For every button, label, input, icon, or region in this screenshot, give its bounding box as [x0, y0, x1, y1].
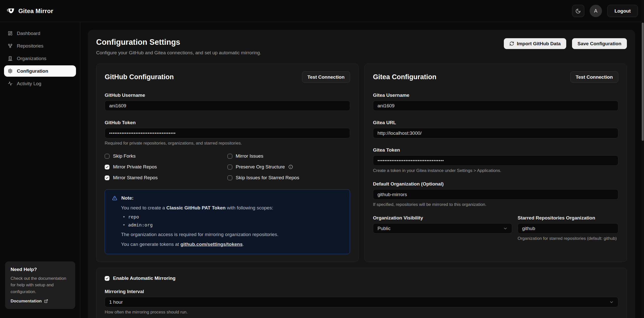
default-organization-helper: If specified, repositories will be mirro… — [373, 202, 618, 207]
github-username-input[interactable] — [105, 101, 350, 111]
mirroring-interval-label: Mirroring Interval — [105, 289, 618, 294]
checkbox-mirror-private-repos[interactable]: Mirror Private Repos — [105, 164, 228, 170]
mirroring-interval-select[interactable]: 1 hour — [105, 297, 618, 307]
sidebar-item-label: Activity Log — [17, 81, 41, 86]
git-fork-icon — [8, 43, 13, 48]
checkbox-icon — [105, 175, 109, 180]
alert-triangle-icon — [112, 196, 117, 201]
app-brand: Gitea Mirror — [7, 7, 53, 15]
import-github-data-button[interactable]: Import GitHub Data — [504, 38, 566, 49]
note-title: Note: — [121, 195, 134, 201]
checkbox-mirror-issues[interactable]: Mirror Issues — [228, 153, 350, 159]
sidebar-item-dashboard[interactable]: Dashboard — [4, 28, 76, 39]
gitea-token-helper: Create a token in your Gitea instance un… — [373, 168, 618, 173]
scope-item: repo — [121, 214, 343, 219]
logout-button[interactable]: Logout — [607, 5, 638, 17]
scope-item: admin:org — [121, 222, 343, 228]
sidebar-item-label: Repositories — [17, 43, 44, 49]
gitea-username-input[interactable] — [373, 101, 618, 111]
github-token-label: GitHub Token — [105, 120, 350, 125]
page-title: Configuration Settings — [96, 38, 261, 47]
starred-repositories-organization-helper: Organization for starred repositories (d… — [518, 236, 618, 241]
github-username-label: GitHub Username — [105, 93, 350, 98]
gear-icon — [8, 69, 13, 73]
checkbox-skip-issues-for-starred-repos[interactable]: Skip Issues for Starred Repos — [228, 175, 350, 180]
pat-token-note: Note: You need to create a Classic GitHu… — [105, 189, 350, 254]
github-token-helper: Required for private repositories, organ… — [105, 141, 350, 146]
github-token-input[interactable] — [105, 128, 350, 138]
organization-visibility-label: Organization Visibility — [373, 215, 512, 221]
activity-pulse-icon — [8, 81, 13, 86]
sidebar-item-configuration[interactable]: Configuration — [4, 65, 76, 77]
default-organization-input[interactable] — [373, 189, 618, 200]
gitea-card-title: Gitea Configuration — [373, 73, 436, 81]
avatar-initial: A — [594, 8, 597, 14]
need-help-body: Check out the documentation for help wit… — [11, 275, 70, 295]
note-scope-list: repo admin:org — [121, 214, 343, 228]
gitea-url-input[interactable] — [373, 128, 618, 138]
configuration-panel: Configuration Settings Configure your Gi… — [88, 30, 635, 318]
checkbox-icon — [105, 165, 109, 169]
checkbox-icon — [105, 154, 109, 159]
page-subtitle: Configure your GitHub and Gitea connecti… — [96, 50, 261, 56]
checkbox-preserve-org-structure[interactable]: Preserve Org Structure — [228, 164, 350, 170]
note-line-2: The organization access is required for … — [121, 232, 343, 237]
moon-icon — [575, 8, 581, 14]
building-icon — [8, 56, 13, 61]
save-configuration-button[interactable]: Save Configuration — [572, 38, 627, 49]
gitea-token-label: Gitea Token — [373, 147, 618, 153]
gitea-username-label: Gitea Username — [373, 93, 618, 98]
sidebar-item-label: Organizations — [17, 56, 46, 61]
starred-repositories-organization-label: Starred Repositories Organization — [518, 215, 618, 221]
scrollbar-thumb[interactable] — [642, 23, 644, 141]
main-area: Configuration Settings Configure your Gi… — [80, 22, 644, 318]
note-line-3: You can generate tokens at github.com/se… — [121, 242, 343, 247]
topbar: Gitea Mirror A Logout — [0, 0, 644, 22]
github-card-title: GitHub Configuration — [105, 73, 174, 81]
checkbox-icon — [228, 154, 232, 159]
enable-automatic-mirroring-checkbox[interactable]: Enable Automatic Mirroring — [105, 276, 618, 281]
github-configuration-card: GitHub Configuration Test Connection Git… — [96, 64, 359, 262]
chevron-down-icon — [609, 300, 614, 304]
checkbox-mirror-starred-repos[interactable]: Mirror Starred Repos — [105, 175, 228, 180]
automatic-mirroring-card: Enable Automatic Mirroring Mirroring Int… — [96, 268, 627, 318]
checkbox-icon — [228, 165, 232, 169]
default-organization-label: Default Organization (Optional) — [373, 181, 618, 187]
app-title: Gitea Mirror — [18, 8, 53, 15]
sidebar-item-organizations[interactable]: Organizations — [4, 53, 76, 64]
github-options: Skip Forks Mirror Private Repos — [105, 153, 350, 186]
chevron-down-icon — [503, 226, 508, 231]
sidebar-item-label: Configuration — [17, 68, 48, 74]
page-scrollbar[interactable] — [641, 0, 644, 318]
dashboard-grid-icon — [8, 31, 13, 36]
checkbox-icon — [228, 175, 232, 180]
checkbox-skip-forks[interactable]: Skip Forks — [105, 153, 228, 159]
github-test-connection-button[interactable]: Test Connection — [302, 71, 350, 83]
organization-visibility-select[interactable]: Public — [373, 223, 512, 234]
external-link-icon — [44, 299, 48, 303]
gitea-url-label: Gitea URL — [373, 120, 618, 125]
gitea-configuration-card: Gitea Configuration Test Connection Gite… — [364, 64, 627, 262]
starred-repositories-organization-input[interactable] — [518, 223, 618, 234]
refresh-icon — [509, 41, 514, 46]
gitea-cup-logo-icon — [7, 7, 15, 15]
documentation-link[interactable]: Documentation — [11, 299, 70, 304]
gitea-test-connection-button[interactable]: Test Connection — [570, 71, 618, 83]
avatar[interactable]: A — [590, 5, 602, 17]
mirroring-interval-helper: How often the mirroring process should r… — [105, 310, 618, 315]
need-help-card: Need Help? Check out the documentation f… — [5, 261, 75, 309]
need-help-title: Need Help? — [11, 267, 70, 272]
tokens-settings-link[interactable]: github.com/settings/tokens — [180, 242, 243, 247]
theme-toggle-button[interactable] — [572, 5, 584, 17]
sidebar-item-repositories[interactable]: Repositories — [4, 40, 76, 52]
sidebar-item-activity-log[interactable]: Activity Log — [4, 78, 76, 89]
checkbox-icon — [105, 276, 109, 281]
sidebar-item-label: Dashboard — [17, 31, 40, 36]
info-icon[interactable] — [288, 165, 293, 169]
sidebar: Dashboard Repositories Organizations Con… — [0, 22, 80, 318]
note-line-1: You need to create a Classic GitHub PAT … — [121, 205, 343, 211]
gitea-token-input[interactable] — [373, 155, 618, 166]
